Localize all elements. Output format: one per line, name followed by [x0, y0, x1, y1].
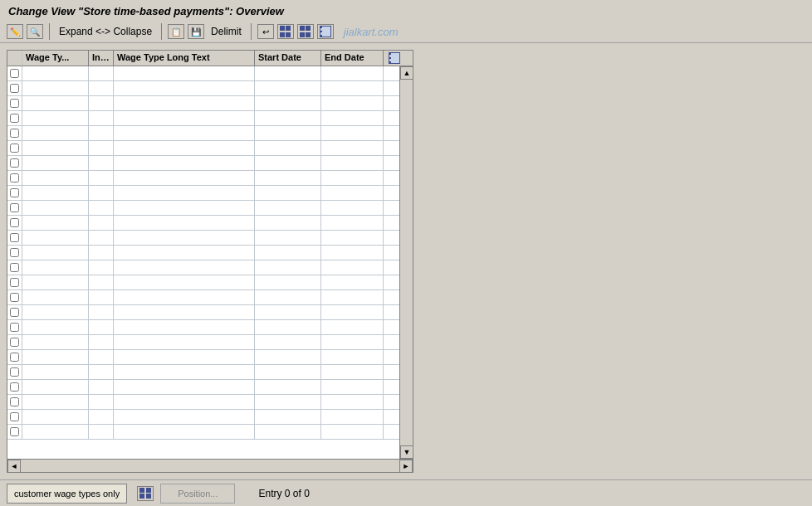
col-header-end-date: End Date	[321, 51, 384, 66]
row-checkbox[interactable]	[10, 203, 19, 212]
row-checkbox[interactable]	[10, 248, 19, 257]
page-title: Change View "Store time-based payments":…	[8, 5, 284, 17]
row-checkbox[interactable]	[10, 218, 19, 227]
scroll-left-button[interactable]: ◄	[7, 460, 21, 473]
expand-collapse-button[interactable]: Expand <-> Collapse	[56, 24, 155, 39]
table-row	[7, 216, 399, 231]
row-checkbox[interactable]	[10, 233, 19, 242]
table-row	[7, 231, 399, 246]
table-row	[7, 410, 399, 425]
row-checkbox[interactable]	[10, 263, 19, 272]
scroll-right-button[interactable]: ►	[399, 460, 413, 473]
table-row	[7, 395, 399, 410]
row-checkbox[interactable]	[10, 99, 19, 108]
separator-2	[161, 23, 162, 40]
row-checkbox[interactable]	[10, 308, 19, 317]
col-header-start-date: Start Date	[255, 51, 321, 66]
table-icon-2[interactable]	[297, 24, 314, 39]
table-icon-3[interactable]	[317, 24, 334, 39]
col-header-wage-type: Wage Ty...	[22, 51, 89, 66]
row-checkbox[interactable]	[10, 412, 19, 421]
toolbar: ✏️ 🔍 Expand <-> Collapse 📋 💾 Delimit ↩	[0, 21, 812, 43]
row-checkbox[interactable]	[10, 367, 19, 377]
table-row	[7, 96, 399, 111]
position-table-icon[interactable]	[137, 486, 154, 501]
customer-wage-types-button[interactable]: customer wage types only	[7, 484, 127, 504]
row-checkbox[interactable]	[10, 397, 19, 406]
table-header: Wage Ty... Inf... Wage Type Long Text St…	[7, 51, 413, 66]
table-row	[7, 350, 399, 365]
row-checkbox[interactable]	[10, 84, 19, 93]
title-bar: Change View "Store time-based payments":…	[0, 0, 812, 21]
row-checkbox[interactable]	[10, 188, 19, 197]
table-row	[7, 290, 399, 305]
table-row	[7, 425, 399, 440]
table-row	[7, 305, 399, 320]
row-checkbox[interactable]	[10, 129, 19, 138]
horizontal-scrollbar[interactable]: ◄ ►	[7, 459, 413, 472]
row-checkbox[interactable]	[10, 173, 19, 182]
table-row	[7, 186, 399, 201]
table-scroll-area: ▲ ▼	[7, 66, 413, 459]
col-header-inf: Inf...	[89, 51, 114, 66]
col-header-settings[interactable]	[384, 51, 405, 66]
scroll-down-button[interactable]: ▼	[400, 445, 413, 459]
header-checkbox-col	[7, 51, 22, 66]
row-checkbox[interactable]	[10, 382, 19, 392]
separator-3	[251, 23, 252, 40]
scroll-up-button[interactable]: ▲	[400, 66, 413, 80]
table-row	[7, 81, 399, 96]
row-checkbox[interactable]	[10, 114, 19, 123]
table-row	[7, 126, 399, 141]
search-icon[interactable]: 🔍	[27, 24, 43, 39]
separator-1	[49, 23, 50, 40]
table-row	[7, 156, 399, 171]
delimit-button[interactable]: Delimit	[208, 24, 245, 39]
watermark: jialkart.com	[344, 26, 399, 38]
table-row	[7, 201, 399, 216]
column-settings-icon[interactable]	[389, 52, 400, 64]
table-row	[7, 320, 399, 335]
row-checkbox[interactable]	[10, 338, 19, 347]
row-checkbox[interactable]	[10, 69, 19, 78]
main-window: Change View "Store time-based payments":…	[0, 0, 812, 506]
scroll-track	[400, 80, 413, 445]
table-row	[7, 380, 399, 395]
position-button[interactable]: Position...	[160, 484, 235, 504]
col-header-long-text: Wage Type Long Text	[114, 51, 255, 66]
content-area: Wage Ty... Inf... Wage Type Long Text St…	[0, 43, 812, 479]
row-checkbox[interactable]	[10, 144, 19, 153]
row-checkbox[interactable]	[10, 293, 19, 302]
undo-icon[interactable]: ↩	[257, 24, 274, 39]
row-checkbox[interactable]	[10, 323, 19, 332]
entry-info: Entry 0 of 0	[258, 488, 309, 499]
copy-icon[interactable]: 📋	[168, 24, 184, 39]
row-checkbox[interactable]	[10, 427, 19, 436]
table-icon-1[interactable]	[277, 24, 294, 39]
table-row	[7, 260, 399, 275]
table-row	[7, 171, 399, 186]
table-row	[7, 365, 399, 380]
table-row	[7, 66, 399, 81]
status-bar: customer wage types only Position... Ent…	[0, 479, 812, 506]
table-row	[7, 111, 399, 126]
save-icon[interactable]: 💾	[188, 24, 204, 39]
table-row	[7, 246, 399, 260]
row-checkbox[interactable]	[10, 278, 19, 287]
edit-icon[interactable]: ✏️	[7, 24, 23, 39]
table-rows-container	[7, 66, 399, 459]
data-table: Wage Ty... Inf... Wage Type Long Text St…	[7, 50, 413, 473]
vertical-scrollbar[interactable]: ▲ ▼	[399, 66, 413, 459]
table-row	[7, 335, 399, 350]
row-checkbox[interactable]	[10, 158, 19, 168]
table-row	[7, 141, 399, 156]
table-row	[7, 275, 399, 290]
row-checkbox[interactable]	[10, 353, 19, 362]
